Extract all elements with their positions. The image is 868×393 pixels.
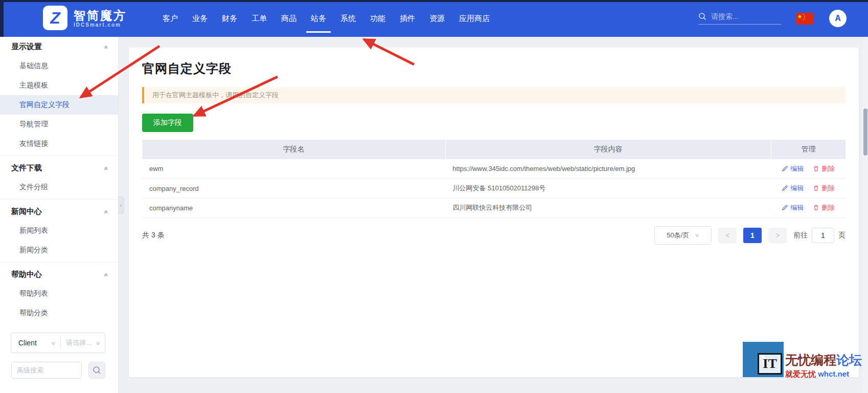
watermark-line2-blue: whct.net (818, 369, 849, 378)
nav-item-function[interactable]: 功能 (370, 0, 385, 37)
watermark-text: 无忧编程论坛 就爱无忧 whct.net (785, 353, 862, 379)
advanced-search-button[interactable] (88, 362, 105, 379)
notice-text: 用于在官网主题模板中，调用的自定义字段 (152, 91, 279, 100)
delete-button[interactable]: 删除 (813, 164, 835, 173)
nav-item-plugin[interactable]: 插件 (400, 0, 415, 37)
nav-item-business[interactable]: 业务 (192, 0, 208, 37)
chevron-down-icon: ∨ (51, 340, 56, 346)
trash-icon (813, 165, 819, 172)
top-navbar: Z 智简魔方 IDCSmart.com 客户 业务 财务 工单 商品 站务 系统… (0, 0, 868, 37)
sidebar-item-custom-fields[interactable]: 官网自定义字段 (0, 95, 118, 115)
sidebar-item-news-category[interactable]: 新闻分类 (0, 241, 118, 260)
filter-value-select[interactable]: 请选择... ∨ (60, 337, 105, 349)
brand-domain: IDCSmart.com (74, 22, 127, 28)
edit-button[interactable]: 编辑 (782, 184, 804, 193)
sidebar-item-help-category[interactable]: 帮助分类 (0, 303, 118, 323)
divider (0, 262, 118, 263)
divider (0, 156, 118, 156)
table-row: ewm https://www.345idc.com/themes/web/we… (142, 159, 846, 179)
table-row: companyname 四川网联快云科技有限公司 编辑 删除 (142, 198, 846, 217)
watermark-line1-red: 无忧编程 (785, 353, 836, 367)
divider (0, 199, 118, 200)
goto-page-input[interactable] (812, 228, 834, 243)
chevron-up-icon: ∧ (103, 272, 108, 277)
fields-table: 字段名 字段内容 管理 ewm https://www.345idc.com/t… (142, 140, 846, 218)
navbar-right: A (698, 0, 847, 37)
goto-label: 前往 (793, 231, 808, 240)
sidebar-section-file-download[interactable]: 文件下载 ∧ (0, 158, 118, 178)
sidebar-section-news-center[interactable]: 新闻中心 ∧ (0, 202, 118, 221)
trash-icon (813, 204, 819, 211)
field-content-cell: 川公网安备 51010502011298号 (445, 179, 771, 198)
total-count: 共 3 条 (142, 231, 165, 240)
sidebar-collapse-handle[interactable]: ‹ (118, 196, 124, 214)
avatar-letter: A (835, 14, 841, 23)
nav-item-site[interactable]: 站务 (311, 0, 326, 37)
sidebar-item-basic-info[interactable]: 基础信息 (0, 56, 118, 76)
watermark-line2-red: 就爱无忧 (785, 369, 816, 378)
delete-button[interactable]: 删除 (813, 203, 835, 212)
section-title-label: 显示设置 (11, 42, 42, 52)
advanced-search-input[interactable] (11, 362, 82, 379)
sidebar-filter-selects: Client ∨ 请选择... ∨ (11, 333, 105, 353)
page-title: 官网自定义字段 (142, 48, 846, 77)
brand-logo[interactable]: Z 智简魔方 IDCSmart.com (43, 6, 127, 30)
field-name-cell: company_record (142, 179, 445, 198)
sidebar-item-news-list[interactable]: 新闻列表 (0, 221, 118, 241)
window-edge (0, 0, 4, 37)
scrollbar-track (863, 37, 868, 393)
pagination: 50条/页 ∨ < 1 > 前往 页 (654, 226, 846, 245)
sidebar: 显示设置 ∧ 基础信息 主题模板 官网自定义字段 导航管理 友情链接 文件下载 … (0, 37, 119, 393)
field-name-cell: ewm (142, 159, 445, 179)
column-header-field-name: 字段名 (142, 140, 445, 159)
goto-unit: 页 (838, 231, 846, 240)
scrollbar-thumb[interactable] (863, 108, 867, 156)
sidebar-item-nav-manage[interactable]: 导航管理 (0, 115, 118, 134)
nav-item-product[interactable]: 商品 (281, 0, 296, 37)
column-header-field-content: 字段内容 (445, 140, 771, 159)
column-header-manage: 管理 (771, 140, 846, 159)
avatar[interactable]: A (829, 10, 847, 27)
nav-item-appstore[interactable]: 应用商店 (459, 0, 490, 37)
prev-page-button[interactable]: < (718, 228, 737, 243)
field-content-cell: 四川网联快云科技有限公司 (445, 198, 771, 217)
sidebar-item-friend-links[interactable]: 友情链接 (0, 134, 118, 154)
sidebar-section-display-settings[interactable]: 显示设置 ∧ (0, 37, 118, 56)
watermark: IT 无忧编程论坛 就爱无忧 whct.net (758, 353, 862, 379)
filter-type-select[interactable]: Client ∨ (11, 339, 60, 347)
field-content-cell: https://www.345idc.com/themes/web/web/st… (445, 159, 771, 179)
sidebar-item-theme-template[interactable]: 主题模板 (0, 76, 118, 95)
nav-item-system[interactable]: 系统 (340, 0, 356, 37)
table-footer: 共 3 条 50条/页 ∨ < 1 > 前往 页 (142, 226, 846, 245)
nav-item-resource[interactable]: 资源 (429, 0, 445, 37)
nav-item-finance[interactable]: 财务 (222, 0, 237, 37)
brand-name: 智简魔方 (74, 9, 127, 22)
collapse-icon: ‹ (120, 203, 122, 208)
china-flag-icon[interactable] (796, 13, 814, 25)
page-size-select[interactable]: 50条/页 ∨ (654, 226, 712, 245)
main-menu: 客户 业务 财务 工单 商品 站务 系统 功能 插件 资源 应用商店 (163, 0, 490, 37)
filter-value-placeholder: 请选择... (66, 338, 92, 347)
page: Z 智简魔方 IDCSmart.com 客户 业务 财务 工单 商品 站务 系统… (0, 0, 868, 393)
nav-item-customer[interactable]: 客户 (163, 0, 178, 37)
page-number-button[interactable]: 1 (743, 228, 762, 243)
delete-button[interactable]: 删除 (813, 184, 835, 193)
chevron-down-icon: ∨ (95, 340, 100, 346)
next-page-button[interactable]: > (768, 228, 787, 243)
edit-button[interactable]: 编辑 (782, 164, 804, 173)
add-field-button[interactable]: 添加字段 (142, 114, 193, 132)
table-row: company_record 川公网安备 51010502011298号 编辑 … (142, 179, 846, 198)
sidebar-section-help-center[interactable]: 帮助中心 ∧ (0, 265, 118, 284)
global-search (698, 12, 781, 25)
chevron-up-icon: ∧ (103, 44, 108, 50)
sidebar-item-file-group[interactable]: 文件分组 (0, 178, 118, 197)
sidebar-item-help-list[interactable]: 帮助列表 (0, 284, 118, 303)
field-name-cell: companyname (142, 198, 445, 217)
edit-button[interactable]: 编辑 (782, 203, 804, 212)
page-size-value: 50条/页 (667, 231, 689, 240)
watermark-line1-blue: 论坛 (836, 353, 862, 367)
content-card: 官网自定义字段 用于在官网主题模板中，调用的自定义字段 添加字段 字段名 字段内… (129, 48, 859, 377)
it-logo: IT (758, 353, 782, 375)
global-search-input[interactable] (711, 12, 772, 20)
nav-item-ticket[interactable]: 工单 (252, 0, 267, 37)
